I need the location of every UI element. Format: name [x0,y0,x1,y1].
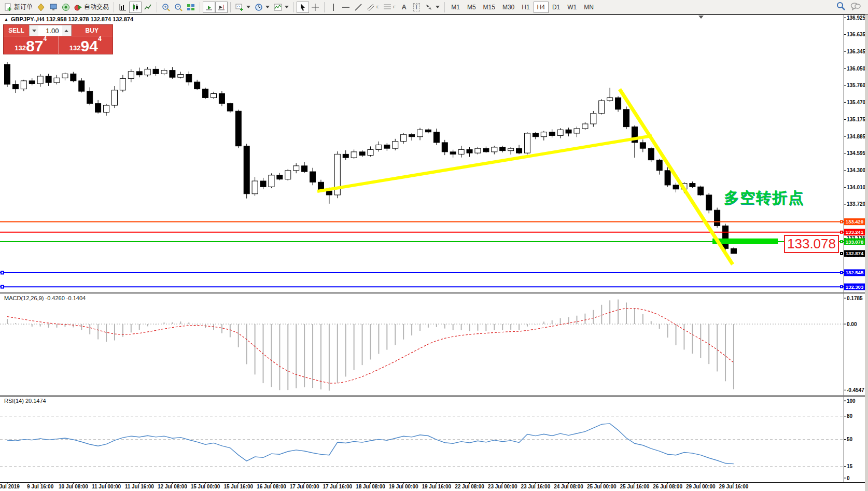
signals-button[interactable] [60,2,72,13]
new-chart-icon [235,3,244,11]
svg-text:136.050: 136.050 [847,66,866,72]
horizontal-line-button[interactable] [340,2,352,13]
text-tool-icon: A [402,3,407,11]
arrows-icon [425,3,433,11]
svg-text:135.470: 135.470 [847,100,866,105]
line-chart-button[interactable] [142,2,154,13]
timeframe-H4[interactable]: H4 [534,2,549,13]
svg-text:0.00: 0.00 [847,321,857,327]
chart-canvas[interactable]: 136.925136.635136.345136.050135.760135.4… [0,0,868,491]
timeframe-MN[interactable]: MN [580,2,597,13]
vertical-line-button[interactable] [327,2,340,13]
svg-text:19 Jul 16:00: 19 Jul 16:00 [422,484,451,489]
bar-chart-button[interactable] [117,2,129,13]
svg-text:136.345: 136.345 [847,49,866,54]
chevron-down-icon [32,30,36,32]
text-button[interactable]: A [398,2,410,13]
new-chart-dropdown[interactable] [233,2,253,13]
trendline-up[interactable] [317,136,652,191]
svg-text:132.545: 132.545 [846,270,864,275]
crosshair-button[interactable] [309,2,321,13]
chart-shift-icon [217,3,226,11]
timeframe-M30[interactable]: M30 [499,2,518,13]
buy-price[interactable]: 132 94 4 [59,36,113,54]
new-order-label: 新订单 [14,3,33,11]
shift-marker-icon[interactable] [698,16,704,19]
sell-button[interactable]: SELL [4,25,29,36]
toolbar-separator [230,2,231,12]
volume-up-button[interactable] [62,25,71,36]
toolbar-separator [200,2,200,12]
channel-button[interactable]: E [365,2,381,13]
svg-text:133.241: 133.241 [846,229,864,235]
buy-price-big: 94 [81,39,98,53]
time-axis[interactable]: 9 Jul 20199 Jul 16:0010 Jul 08:0011 Jul … [0,482,749,489]
market-watch-button[interactable] [47,2,60,13]
zoom-in-button[interactable] [160,2,172,13]
collapse-panel-icon[interactable]: ▲ [4,17,8,22]
svg-text:134.010: 134.010 [847,185,866,190]
timeframe-M5[interactable]: M5 [464,2,480,13]
toolbar-separator [114,2,114,12]
vertical-line-icon [330,3,337,11]
buy-button[interactable]: BUY [72,25,113,36]
svg-text:135.175: 135.175 [847,117,866,122]
dropdown-arrow-icon [285,6,289,8]
tile-windows-button[interactable] [185,2,197,13]
svg-text:136.635: 136.635 [847,32,866,37]
trendline-down[interactable] [620,89,733,264]
monitor-icon [49,3,58,11]
trendline-button[interactable] [352,2,365,13]
volume-stepper: 1.00 [29,25,72,36]
sell-price[interactable]: 132 87 4 [4,36,59,54]
auto-scroll-icon [205,3,213,11]
candlestick-button[interactable] [129,2,142,13]
green-zone[interactable] [712,239,778,244]
svg-text:9 Jul 2019: 9 Jul 2019 [0,484,20,489]
zoom-in-icon [162,3,170,11]
timeframe-M15[interactable]: M15 [480,2,499,13]
cursor-button[interactable] [297,2,309,13]
chart-title[interactable]: ▲ GBPJPY-,H4 132.958 132.978 132.874 132… [4,16,133,22]
search-icon[interactable] [836,2,845,12]
auto-scroll-button[interactable] [203,2,215,13]
volume-input[interactable]: 1.00 [38,25,62,36]
rsi-line [7,424,734,464]
svg-text:15 Jul 16:00: 15 Jul 16:00 [223,484,253,489]
horizontal-line-icon [342,3,350,11]
new-order-button[interactable]: 新订单 [2,2,35,13]
macd-pane[interactable] [0,300,844,391]
volume-down-button[interactable] [30,25,38,36]
main-chart-pane[interactable] [0,16,844,289]
auto-trading-button[interactable]: 自动交易 [72,2,111,13]
svg-text:10 Jul 08:00: 10 Jul 08:00 [59,484,88,489]
rsi-pane[interactable] [0,416,844,467]
trendline-icon [354,3,362,11]
chart-shift-button[interactable] [215,2,228,13]
timeframe-H1[interactable]: H1 [518,2,533,13]
svg-text:136.925: 136.925 [847,15,866,21]
chat-icon[interactable] [850,2,861,12]
indicators-dropdown[interactable] [272,2,291,13]
fibonacci-button[interactable]: F [381,2,398,13]
signal-icon [62,3,70,11]
timeframe-W1[interactable]: W1 [564,2,580,13]
periods-dropdown[interactable] [253,2,272,13]
svg-text:25 Jul 00:00: 25 Jul 00:00 [587,484,617,489]
timeframe-D1[interactable]: D1 [549,2,564,13]
arrows-dropdown[interactable] [423,2,442,13]
price-callout-box[interactable]: 133.078 [784,235,839,253]
timeframe-M1[interactable]: M1 [447,2,464,13]
text-label-button[interactable]: T [410,2,423,13]
fibo-letter: F [393,5,396,9]
toolbar-separator [157,2,157,12]
sell-price-big: 87 [26,39,43,53]
svg-text:135.760: 135.760 [847,82,866,88]
symbol-ohlc-label: GBPJPY-,H4 132.958 132.978 132.874 132.8… [11,16,133,22]
turning-point-annotation[interactable]: 多空转折点 [724,188,804,208]
zoom-out-button[interactable] [172,2,185,13]
gold-seal-button[interactable] [35,2,47,13]
cursor-icon [299,3,307,11]
crosshair-icon [311,3,319,11]
svg-text:134.300: 134.300 [847,167,866,173]
